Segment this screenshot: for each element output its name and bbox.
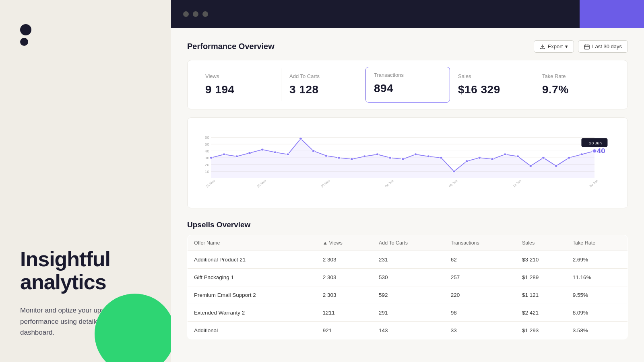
- top-bar: [171, 0, 644, 28]
- stat-label: Views: [205, 73, 273, 79]
- views-cell: 921: [316, 322, 372, 339]
- traffic-dot-3: [202, 11, 208, 17]
- svg-point-16: [248, 152, 251, 154]
- svg-text:30: 30: [205, 156, 210, 160]
- col-sales: Sales: [516, 235, 566, 251]
- col-take-rate: Take Rate: [566, 235, 628, 251]
- svg-point-29: [414, 153, 417, 156]
- views-cell: 2 303: [316, 286, 372, 304]
- transactions-cell: 33: [444, 322, 516, 339]
- views-cell: 2 303: [316, 269, 372, 286]
- content-area: Performance Overview Export ▾ Last 30 da…: [171, 28, 644, 362]
- stat-value: 9 194: [205, 83, 273, 96]
- traffic-dot-1: [183, 11, 189, 17]
- stat-value: 3 128: [289, 83, 357, 96]
- svg-point-34: [478, 156, 481, 159]
- stat-value: $16 329: [458, 83, 526, 96]
- stat-card-sales: Sales $16 329: [450, 68, 534, 101]
- col-transactions: Transactions: [444, 235, 516, 251]
- svg-text:09 Jun: 09 Jun: [448, 179, 458, 188]
- stat-label: Transactions: [374, 72, 442, 78]
- svg-point-42: [580, 153, 583, 156]
- svg-point-20: [299, 138, 302, 140]
- svg-text:60: 60: [205, 136, 210, 140]
- svg-point-14: [223, 153, 225, 156]
- export-icon: [540, 44, 545, 49]
- svg-point-39: [542, 156, 545, 159]
- upsells-table: Offer Name ▲ Views Add To Carts Transact…: [187, 235, 628, 339]
- date-filter-button[interactable]: Last 30 days: [578, 40, 628, 53]
- stat-card-add-to-carts: Add To Carts 3 128: [281, 68, 365, 101]
- offer-name[interactable]: Premium Email Support 2: [188, 286, 316, 304]
- export-label: Export: [548, 43, 563, 49]
- chart-container: 60504030201020 Jun4021 May25 May30 May04…: [187, 117, 628, 208]
- svg-point-43: [592, 149, 597, 153]
- svg-text:10: 10: [205, 170, 210, 174]
- svg-text:21 May: 21 May: [205, 179, 216, 188]
- take-rate-cell: 11.16%: [566, 269, 628, 286]
- take-rate-cell: 2.69%: [566, 251, 628, 269]
- sales-cell: $1 289: [516, 269, 566, 286]
- svg-point-25: [363, 155, 366, 158]
- svg-text:20: 20: [205, 163, 210, 167]
- svg-point-23: [338, 156, 341, 159]
- stat-card-transactions: Transactions 894: [365, 67, 450, 103]
- stat-value: 894: [374, 82, 442, 95]
- col-views[interactable]: ▲ Views: [316, 235, 372, 251]
- svg-point-26: [376, 153, 379, 156]
- svg-point-35: [491, 158, 494, 160]
- svg-text:40: 40: [205, 149, 210, 153]
- logo-dot-small: [20, 38, 28, 46]
- calendar-icon: [584, 44, 590, 49]
- svg-point-24: [350, 158, 353, 160]
- add-to-carts-cell: 592: [372, 286, 444, 304]
- svg-point-27: [389, 156, 392, 159]
- svg-text:20 Jun: 20 Jun: [588, 179, 599, 188]
- svg-point-15: [235, 155, 238, 158]
- offer-name[interactable]: Gift Packaging 1: [188, 269, 316, 286]
- sales-cell: $2 421: [516, 304, 566, 322]
- transactions-cell: 62: [444, 251, 516, 269]
- transactions-cell: 257: [444, 269, 516, 286]
- headline: Insightful analytics: [20, 248, 151, 294]
- svg-point-17: [261, 148, 264, 151]
- export-button[interactable]: Export ▾: [534, 40, 574, 53]
- svg-point-13: [210, 156, 213, 159]
- svg-point-40: [555, 165, 557, 167]
- performance-header: Performance Overview Export ▾ Last 30 da…: [187, 40, 628, 53]
- svg-point-21: [312, 150, 315, 152]
- add-to-carts-cell: 530: [372, 269, 444, 286]
- sales-cell: $1 293: [516, 322, 566, 339]
- svg-point-31: [440, 156, 443, 159]
- table-row: Extended Warranty 2 1211 291 98 $2 421 8…: [188, 304, 628, 322]
- stat-label: Sales: [458, 73, 526, 79]
- col-offer-name: Offer Name: [188, 235, 316, 251]
- logo-dot-large: [20, 24, 31, 35]
- offer-name[interactable]: Additional Product 21: [188, 251, 316, 269]
- add-to-carts-cell: 231: [372, 251, 444, 269]
- svg-point-28: [401, 158, 404, 160]
- svg-text:30 May: 30 May: [320, 179, 331, 188]
- offer-name[interactable]: Additional: [188, 322, 316, 339]
- upsells-title: Upsells Overview: [187, 220, 628, 229]
- table-row: Additional 921 143 33 $1 293 3.58%: [188, 322, 628, 339]
- svg-point-33: [465, 160, 468, 162]
- svg-text:20 Jun: 20 Jun: [589, 141, 602, 145]
- stat-label: Take Rate: [542, 73, 610, 79]
- add-to-carts-cell: 143: [372, 322, 444, 339]
- svg-point-19: [287, 153, 289, 156]
- performance-title: Performance Overview: [187, 42, 275, 51]
- traffic-dot-2: [193, 11, 198, 17]
- offer-name[interactable]: Extended Warranty 2: [188, 304, 316, 322]
- transactions-cell: 220: [444, 286, 516, 304]
- table-row: Premium Email Support 2 2 303 592 220 $1…: [188, 286, 628, 304]
- right-panel: Performance Overview Export ▾ Last 30 da…: [171, 0, 644, 362]
- svg-point-22: [325, 154, 328, 157]
- stats-container: Views 9 194 Add To Carts 3 128 Transacti…: [187, 60, 628, 109]
- sales-cell: $3 210: [516, 251, 566, 269]
- svg-point-36: [504, 153, 506, 156]
- svg-text:50: 50: [205, 142, 210, 146]
- col-add-to-carts: Add To Carts: [372, 235, 444, 251]
- sales-cell: $1 121: [516, 286, 566, 304]
- stat-card-views: Views 9 194: [197, 68, 281, 101]
